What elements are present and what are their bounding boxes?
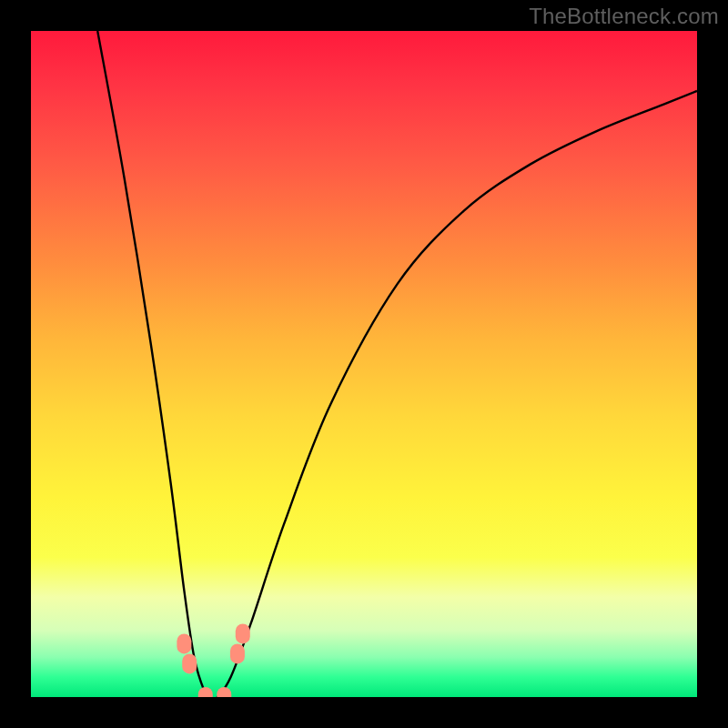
pt-right-upper	[236, 623, 250, 643]
pt-bottom-right	[217, 687, 231, 697]
pt-bottom-left	[198, 687, 213, 697]
pt-left-lower	[182, 653, 197, 673]
watermark-text: TheBottleneck.com	[529, 4, 719, 29]
curve-path	[97, 31, 697, 697]
markers-group	[177, 623, 249, 697]
pt-left-upper	[177, 633, 191, 653]
bottleneck-curve	[97, 31, 697, 697]
chart-frame: TheBottleneck.com	[0, 0, 728, 728]
plot-area	[31, 31, 697, 697]
pt-right-lower	[230, 643, 245, 663]
curve-svg	[31, 31, 697, 697]
